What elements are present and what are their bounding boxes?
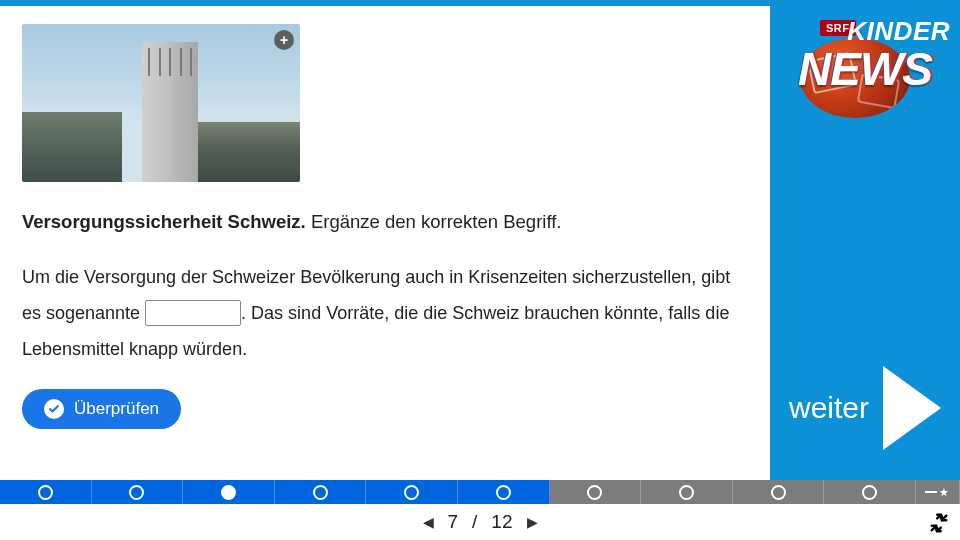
check-button-label: Überprüfen bbox=[74, 399, 159, 419]
image-city-left bbox=[22, 112, 122, 182]
collapse-icon[interactable] bbox=[928, 512, 950, 534]
page-sep: / bbox=[472, 511, 477, 533]
play-icon bbox=[883, 366, 941, 450]
brand-logo: SRF KINDER NEWS bbox=[780, 12, 950, 122]
progress-bar: ★ bbox=[0, 480, 960, 504]
question-title: Versorgungssicherheit Schweiz. Ergänze d… bbox=[22, 210, 748, 235]
sidebar: SRF KINDER NEWS weiter bbox=[770, 6, 960, 480]
question-body: Um die Versorgung der Schweizer Bevölker… bbox=[22, 259, 748, 367]
page-current: 7 bbox=[448, 511, 459, 533]
question-title-bold: Versorgungssicherheit Schweiz. bbox=[22, 211, 306, 232]
next-page-button[interactable]: ▶ bbox=[527, 514, 538, 530]
blank-input[interactable] bbox=[145, 300, 241, 326]
progress-segment[interactable] bbox=[275, 480, 367, 504]
progress-segment[interactable] bbox=[733, 480, 825, 504]
content-panel: + Versorgungssicherheit Schweiz. Ergänze… bbox=[0, 6, 770, 480]
progress-end[interactable]: ★ bbox=[916, 480, 960, 504]
progress-segment[interactable] bbox=[0, 480, 92, 504]
next-button[interactable]: weiter bbox=[770, 366, 960, 450]
question-image[interactable]: + bbox=[22, 24, 300, 182]
question-title-rest: Ergänze den korrekten Begriff. bbox=[311, 211, 562, 232]
image-tower bbox=[142, 42, 198, 182]
progress-segment[interactable] bbox=[458, 480, 550, 504]
progress-segment[interactable] bbox=[92, 480, 184, 504]
progress-segment[interactable] bbox=[366, 480, 458, 504]
progress-segment[interactable] bbox=[824, 480, 916, 504]
progress-segment-current[interactable] bbox=[183, 480, 275, 504]
progress-segment[interactable] bbox=[641, 480, 733, 504]
check-icon bbox=[44, 399, 64, 419]
app-frame: + Versorgungssicherheit Schweiz. Ergänze… bbox=[0, 0, 960, 540]
image-city-right bbox=[190, 122, 300, 182]
progress-segment[interactable] bbox=[550, 480, 642, 504]
check-button[interactable]: Überprüfen bbox=[22, 389, 181, 429]
prev-page-button[interactable]: ◀ bbox=[423, 514, 434, 530]
logo-news: NEWS bbox=[798, 42, 932, 96]
pagination-bar: ◀ 7 / 12 ▶ bbox=[0, 504, 960, 540]
next-button-label: weiter bbox=[789, 391, 869, 425]
page-total: 12 bbox=[491, 511, 512, 533]
zoom-icon[interactable]: + bbox=[274, 30, 294, 50]
